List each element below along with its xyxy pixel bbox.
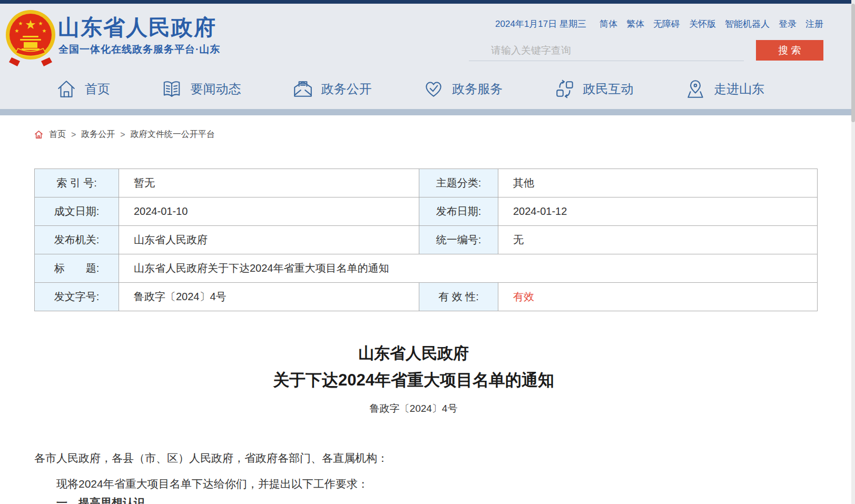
top-accent-strip [0, 0, 855, 4]
meta-value-topic-category: 其他 [498, 169, 818, 197]
breadcrumb: 首页 > 政务公开 > 政府文件统一公开平台 [34, 129, 215, 140]
document-meta-table: 索 引 号: 暂无 主题分类: 其他 成文日期: 2024-01-10 发布日期… [34, 169, 818, 311]
gov-service-icon [423, 78, 444, 100]
breadcrumb-gov-disclosure[interactable]: 政务公开 [81, 129, 115, 140]
nav-item-label: 走进山东 [714, 81, 764, 97]
nav-item-gov-service[interactable]: 政务服务 [423, 78, 503, 100]
national-emblem-logo: ★ ★ ★ ★ ★ [4, 7, 57, 68]
table-row: 索 引 号: 暂无 主题分类: 其他 [35, 169, 818, 197]
nav-item-gov-disclosure[interactable]: 政务公开 [292, 78, 372, 100]
gov-disclosure-icon [292, 78, 313, 100]
nav-item-about-shandong[interactable]: 走进山东 [685, 78, 764, 100]
meta-label-issuing-agency: 发布机关: [35, 226, 119, 254]
breadcrumb-doc-platform[interactable]: 政府文件统一公开平台 [131, 129, 215, 140]
meta-label-title: 标 题: [35, 254, 119, 283]
content-area: 首页 > 政务公开 > 政府文件统一公开平台 索 引 号: 暂无 主题分类: 其… [0, 115, 855, 504]
main-nav: 首页 要闻动态 政务公开 政务服务 [0, 68, 855, 109]
svg-text:★: ★ [18, 21, 23, 26]
meta-value-title: 山东省人民政府关于下达2024年省重大项目名单的通知 [119, 254, 818, 283]
document-title-line2: 关于下达2024年省重大项目名单的通知 [34, 369, 793, 391]
breadcrumb-separator: > [71, 130, 76, 140]
site-title: 山东省人民政府 [58, 13, 217, 42]
table-row: 成文日期: 2024-01-10 发布日期: 2024-01-12 [35, 197, 818, 226]
meta-value-validity: 有效 [498, 283, 818, 311]
search-button[interactable]: 搜索 [756, 40, 823, 61]
meta-value-doc-no: 鲁政字〔2024〕4号 [119, 283, 419, 311]
meta-label-topic-category: 主题分类: [419, 169, 498, 197]
nav-item-label: 首页 [85, 81, 110, 97]
meta-value-date-published: 2024-01-12 [498, 197, 818, 226]
divider-band [0, 109, 855, 115]
meta-label-unified-no: 统一编号: [419, 226, 498, 254]
meta-label-doc-no: 发文字号: [35, 283, 119, 311]
link-accessibility[interactable]: 无障碍 [653, 18, 680, 30]
meta-label-date-published: 发布日期: [419, 197, 498, 226]
paragraph-salutation: 各市人民政府，各县（市、区）人民政府，省政府各部门、各直属机构： [34, 451, 388, 465]
home-icon [56, 78, 77, 100]
svg-text:★: ★ [15, 28, 19, 34]
nav-item-label: 政民互动 [583, 81, 634, 97]
news-icon [161, 78, 182, 100]
site-header: ★ ★ ★ ★ ★ 山东省人民政府 全国一体化在线政务服务平台·山东 2024年… [0, 4, 855, 68]
current-date: 2024年1月17日 星期三 [495, 18, 586, 30]
topbar: 2024年1月17日 星期三 简体 繁体 无障碍 关怀版 智能机器人 登录 注册 [495, 18, 823, 30]
meta-value-unified-no: 无 [498, 226, 818, 254]
page: ★ ★ ★ ★ ★ 山东省人民政府 全国一体化在线政务服务平台·山东 2024年… [0, 0, 855, 504]
paragraph-intro: 现将2024年省重大项目名单下达给你们，并提出以下工作要求： [56, 477, 369, 490]
paragraph-clipped-heading: 一、提高思想认识。 [56, 496, 156, 504]
meta-value-date-written: 2024-01-10 [119, 197, 419, 226]
breadcrumb-home-icon [34, 130, 44, 140]
meta-label-validity: 有 效 性: [419, 283, 498, 311]
svg-text:★: ★ [38, 21, 43, 26]
document-number: 鲁政字〔2024〕4号 [34, 402, 793, 416]
nav-item-label: 要闻动态 [190, 81, 241, 97]
nav-item-label: 政务服务 [452, 81, 503, 97]
breadcrumb-home[interactable]: 首页 [49, 129, 66, 140]
interaction-icon [554, 78, 575, 100]
nav-item-interaction[interactable]: 政民互动 [554, 78, 634, 100]
map-pin-icon [685, 78, 706, 100]
meta-value-issuing-agency: 山东省人民政府 [119, 226, 419, 254]
table-row: 发布机关: 山东省人民政府 统一编号: 无 [35, 226, 818, 254]
breadcrumb-separator: > [120, 130, 125, 140]
link-traditional[interactable]: 繁体 [626, 18, 644, 30]
meta-value-index-no: 暂无 [119, 169, 419, 197]
scrollbar-thumb[interactable] [851, 4, 855, 122]
page-scrollbar[interactable] [851, 0, 855, 504]
svg-text:★: ★ [42, 28, 47, 34]
meta-label-index-no: 索 引 号: [35, 169, 119, 197]
site-subtitle: 全国一体化在线政务服务平台·山东 [58, 43, 220, 56]
meta-label-date-written: 成文日期: [35, 197, 119, 226]
search-input[interactable] [469, 41, 744, 61]
link-smart-robot[interactable]: 智能机器人 [725, 18, 770, 30]
table-row: 标 题: 山东省人民政府关于下达2024年省重大项目名单的通知 [35, 254, 818, 283]
document-title-line1: 山东省人民政府 [34, 343, 793, 364]
link-login[interactable]: 登录 [779, 18, 797, 30]
svg-text:★: ★ [25, 17, 36, 32]
table-row: 发文字号: 鲁政字〔2024〕4号 有 效 性: 有效 [35, 283, 818, 311]
nav-item-home[interactable]: 首页 [56, 78, 110, 100]
nav-item-news[interactable]: 要闻动态 [161, 78, 241, 100]
nav-item-label: 政务公开 [321, 81, 372, 97]
link-simplified[interactable]: 简体 [600, 18, 617, 30]
link-care-version[interactable]: 关怀版 [689, 18, 716, 30]
link-register[interactable]: 注册 [805, 18, 823, 30]
